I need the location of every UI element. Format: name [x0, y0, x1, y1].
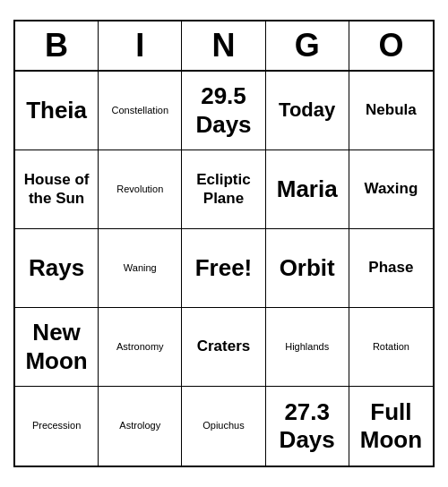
bingo-grid: TheiaConstellation29.5 DaysTodayNebulaHo…	[15, 72, 433, 466]
bingo-cell: Craters	[182, 308, 265, 387]
bingo-cell: Astrology	[99, 387, 182, 466]
bingo-cell: Nebula	[349, 72, 433, 150]
cell-text: Precession	[32, 420, 81, 431]
cell-text: Maria	[277, 175, 338, 203]
bingo-cell: Orbit	[266, 229, 349, 308]
bingo-cell: New Moon	[15, 308, 99, 387]
cell-text: Rotation	[373, 341, 409, 353]
bingo-header: BINGO	[15, 21, 433, 72]
bingo-cell: Theia	[15, 72, 99, 150]
bingo-cell: Astronomy	[99, 308, 182, 387]
bingo-cell: Revolution	[99, 150, 182, 229]
bingo-cell: 29.5 Days	[182, 72, 265, 150]
cell-text: Rays	[29, 254, 84, 282]
header-letter: O	[349, 21, 433, 70]
cell-text: New Moon	[19, 319, 94, 374]
cell-text: Astronomy	[116, 341, 164, 353]
cell-text: Craters	[197, 337, 251, 355]
bingo-cell: Full Moon	[349, 387, 433, 466]
bingo-cell: Phase	[349, 229, 433, 308]
cell-text: Constellation	[111, 105, 168, 116]
cell-text: Waning	[124, 262, 157, 274]
cell-text: 27.3 Days	[270, 398, 345, 454]
cell-text: Free!	[195, 254, 253, 282]
cell-text: Waxing	[364, 180, 418, 198]
cell-text: House of the Sun	[19, 171, 94, 208]
bingo-cell: Constellation	[99, 72, 182, 150]
cell-text: Ecliptic Plane	[185, 171, 261, 208]
cell-text: Theia	[26, 97, 87, 124]
bingo-cell: Today	[266, 72, 349, 150]
header-letter: N	[182, 21, 265, 70]
cell-text: Nebula	[366, 101, 417, 119]
bingo-cell: Waning	[99, 229, 182, 308]
bingo-cell: Waxing	[349, 150, 433, 229]
bingo-cell: Opiuchus	[182, 387, 265, 466]
bingo-cell: Ecliptic Plane	[182, 150, 265, 229]
bingo-cell: Free!	[182, 229, 265, 308]
bingo-card: BINGO TheiaConstellation29.5 DaysTodayNe…	[13, 20, 435, 467]
cell-text: Phase	[368, 259, 413, 277]
cell-text: Today	[279, 98, 335, 122]
cell-text: Revolution	[116, 184, 163, 195]
bingo-cell: Maria	[266, 150, 349, 229]
header-letter: I	[99, 21, 182, 70]
cell-text: Orbit	[280, 254, 335, 282]
bingo-cell: Highlands	[266, 308, 349, 387]
bingo-cell: Rays	[15, 229, 99, 308]
bingo-cell: Rotation	[349, 308, 433, 387]
header-letter: B	[15, 21, 99, 70]
cell-text: Highlands	[285, 341, 329, 353]
bingo-cell: Precession	[15, 387, 99, 466]
bingo-cell: House of the Sun	[15, 150, 99, 229]
cell-text: Astrology	[119, 420, 160, 431]
cell-text: Full Moon	[353, 398, 429, 454]
bingo-cell: 27.3 Days	[266, 387, 349, 466]
cell-text: 29.5 Days	[185, 82, 261, 138]
cell-text: Opiuchus	[202, 420, 244, 431]
header-letter: G	[266, 21, 349, 70]
